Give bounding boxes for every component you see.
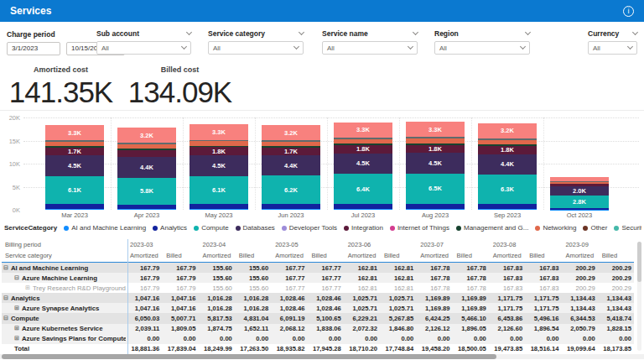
expand-icon[interactable]: ⊞ xyxy=(14,326,19,331)
segment-integration[interactable]: 1.7K xyxy=(262,148,320,155)
subcolumn-header[interactable]: Billed xyxy=(525,252,561,259)
segment-ai-and-machine-learning[interactable] xyxy=(117,209,176,210)
horizontal-scrollbar[interactable] xyxy=(0,354,644,359)
segment-ai-and-machine-learning[interactable] xyxy=(478,209,537,210)
legend-item[interactable]: AI and Machine Learning xyxy=(64,224,146,232)
collapse-icon[interactable]: ⊟ xyxy=(3,316,8,321)
slicer-service-name[interactable]: Service name All xyxy=(322,29,418,55)
segment-databases[interactable]: 4.5K xyxy=(190,155,248,176)
month-header[interactable]: 2023-05 xyxy=(271,241,344,248)
segment-web[interactable]: 3.3K xyxy=(406,122,465,137)
month-header[interactable]: 2023-07 xyxy=(416,241,489,248)
bar-apr-2023[interactable]: 5.8K4.4K3.2K xyxy=(117,128,176,210)
table-row-azure-synapse-analytics[interactable]: ⊞Azure Synapse Analytics1,047.161,047.16… xyxy=(2,303,634,313)
subcolumn-header[interactable]: Amortized xyxy=(489,252,525,259)
segment-databases[interactable]: 4.5K xyxy=(406,153,465,174)
slicer-dropdown[interactable]: All xyxy=(434,41,530,55)
segment-ai-and-machine-learning[interactable] xyxy=(406,209,465,210)
segment-web[interactable]: 3.2K xyxy=(117,128,176,143)
table-row-analytics[interactable]: ⊟Analytics1,047.161,047.161,016.281,016.… xyxy=(2,293,634,303)
slicer-service-category[interactable]: Service category All xyxy=(208,29,304,55)
segment-databases[interactable]: 4.5K xyxy=(334,154,392,175)
bar-may-2023[interactable]: 6.1K4.5K1.8K3.3K xyxy=(190,124,248,210)
month-header[interactable]: 2023-06 xyxy=(344,241,417,248)
bar-oct-2023[interactable]: 2.8K2.0K xyxy=(550,177,609,210)
segment-compute[interactable]: 5.8K xyxy=(117,178,176,205)
legend-item[interactable]: Compute xyxy=(194,224,228,232)
vertical-scrollbar-thumb[interactable] xyxy=(637,242,641,282)
table-row-azure-savings-plans-for-compute[interactable]: ⊞Azure Savings Plans for Compute0.000.00… xyxy=(2,334,634,344)
month-header[interactable]: 2023-09 xyxy=(561,241,634,248)
table-row-azure-kubernetes-service[interactable]: ⊞Azure Kubernetes Service2,039.111,809.0… xyxy=(2,324,634,334)
segment-integration[interactable]: 1.8K xyxy=(334,145,392,154)
legend-item[interactable]: Other xyxy=(583,224,607,232)
segment-integration[interactable] xyxy=(117,150,176,158)
expand-icon[interactable]: ⊞ xyxy=(14,336,19,342)
chevron-down-icon[interactable] xyxy=(632,29,638,35)
segment-compute[interactable]: 6.1K xyxy=(45,176,104,204)
chevron-down-icon[interactable] xyxy=(186,29,192,35)
bar-jun-2023[interactable]: 6.2K4.4K1.7K3.2K xyxy=(262,125,320,210)
subcolumn-header[interactable]: Billed xyxy=(598,252,634,259)
segment-databases[interactable]: 4.5K xyxy=(45,155,104,176)
segment-web[interactable]: 3.2K xyxy=(478,123,537,138)
table-row-ai-and-machine-learning[interactable]: ⊟AI and Machine Learning167.79167.79155.… xyxy=(2,263,634,273)
segment-web[interactable]: 3.3K xyxy=(45,125,104,140)
expand-icon[interactable]: ⊞ xyxy=(14,305,19,311)
subcolumn-header[interactable]: Billed xyxy=(162,252,198,259)
month-header[interactable]: 2023-08 xyxy=(489,241,562,248)
segment-ai-and-machine-learning[interactable] xyxy=(190,209,248,210)
segment-compute[interactable]: 6.3K xyxy=(478,175,537,204)
subcolumn-header[interactable]: Amortized xyxy=(344,252,380,259)
bar-mar-2023[interactable]: 6.1K4.5K1.7K3.3K xyxy=(45,125,104,210)
slicer-sub-account[interactable]: Sub account All xyxy=(96,29,191,55)
segment-integration[interactable]: 1.7K xyxy=(45,148,104,155)
segment-databases[interactable]: 4.4K xyxy=(478,154,537,175)
segment-databases[interactable]: 4.4K xyxy=(262,155,320,175)
legend-item[interactable]: Networking xyxy=(535,224,576,232)
segment-web[interactable]: 3.3K xyxy=(334,123,392,138)
table-row-trey-research-r-d-playground[interactable]: ⊞Trey Research R&D Playground167.79167.7… xyxy=(2,283,634,293)
segment-compute[interactable]: 6.4K xyxy=(334,174,392,203)
chevron-down-icon[interactable] xyxy=(299,29,304,35)
subcolumn-header[interactable]: Amortized xyxy=(199,252,235,259)
slicer-dropdown[interactable]: All xyxy=(322,41,418,55)
segment-compute[interactable]: 6.1K xyxy=(190,176,248,204)
subcolumn-header[interactable]: Billed xyxy=(380,252,416,259)
expand-icon[interactable]: ⊞ xyxy=(25,285,30,291)
slicer-region[interactable]: Region All xyxy=(434,29,530,55)
legend-item[interactable]: Integration xyxy=(344,224,383,232)
segment-web[interactable]: 3.2K xyxy=(262,125,320,140)
segment-web[interactable]: 3.3K xyxy=(190,124,248,139)
legend-item[interactable]: Internet of Things xyxy=(390,224,449,232)
segment-databases[interactable]: 2.0K xyxy=(550,186,609,196)
table-row-total[interactable]: Total18,881.3617,839.0418,249.9917,263.5… xyxy=(2,344,634,354)
collapse-icon[interactable]: ⊟ xyxy=(14,275,19,281)
stacked-column-chart[interactable]: 0K5K10K15K20K6.1K4.5K1.7K3.3K5.8K4.4K3.2… xyxy=(0,112,644,223)
subcolumn-header[interactable]: Billed xyxy=(235,252,271,259)
chevron-down-icon[interactable] xyxy=(525,29,531,35)
horizontal-scrollbar-thumb[interactable] xyxy=(2,354,496,359)
legend-item[interactable]: Developer Tools xyxy=(282,224,337,232)
bar-aug-2023[interactable]: 6.5K4.5K1.8K3.3K xyxy=(406,122,465,210)
charge-period-start-input[interactable]: 3/1/2023 xyxy=(7,42,60,55)
month-header[interactable]: 2023-03 xyxy=(126,241,199,248)
collapse-icon[interactable]: ⊟ xyxy=(3,265,8,271)
slicer-currency[interactable]: Currency All xyxy=(588,29,637,55)
subcolumn-header[interactable]: Amortized xyxy=(561,252,597,259)
bar-sep-2023[interactable]: 6.3K4.4K1.8K3.2K xyxy=(478,123,537,210)
segment-compute[interactable]: 6.5K xyxy=(406,174,465,203)
segment-compute[interactable]: 2.8K xyxy=(550,196,609,208)
collapse-icon[interactable]: ⊟ xyxy=(3,295,8,301)
subcolumn-header[interactable]: Amortized xyxy=(271,252,307,259)
slicer-dropdown[interactable]: All xyxy=(96,41,191,55)
slicer-dropdown[interactable]: All xyxy=(588,41,637,55)
chevron-down-icon[interactable] xyxy=(413,29,418,35)
legend-item[interactable]: Security xyxy=(614,224,641,232)
legend-item[interactable]: Analytics xyxy=(153,224,187,232)
table-row-compute[interactable]: ⊟Compute6,050.035,007.715,817.534,831.04… xyxy=(2,313,634,323)
legend-item[interactable]: Databases xyxy=(236,224,275,232)
segment-compute[interactable]: 6.2K xyxy=(262,175,320,204)
info-icon[interactable]: i xyxy=(623,6,634,17)
subcolumn-header[interactable]: Billed xyxy=(453,252,489,259)
